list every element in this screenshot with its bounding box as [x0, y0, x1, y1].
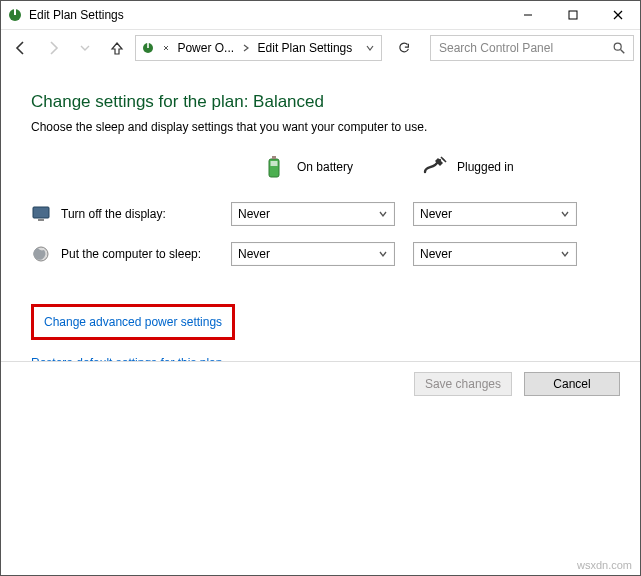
- display-battery-value: Never: [238, 207, 270, 221]
- svg-rect-12: [271, 161, 278, 166]
- setting-label-display: Turn off the display:: [61, 207, 166, 221]
- svg-rect-1: [14, 9, 16, 15]
- svg-rect-11: [272, 156, 276, 159]
- setting-label-sleep: Put the computer to sleep:: [61, 247, 201, 261]
- up-button[interactable]: [103, 34, 131, 62]
- column-header-battery: On battery: [261, 154, 421, 180]
- sleep-battery-value: Never: [238, 247, 270, 261]
- back-button[interactable]: [7, 34, 35, 62]
- minimize-button[interactable]: [505, 1, 550, 29]
- address-dropdown-button[interactable]: [362, 43, 377, 53]
- svg-rect-16: [38, 219, 44, 221]
- maximize-button[interactable]: [550, 1, 595, 29]
- setting-row-display: Turn off the display: Never Never: [31, 194, 610, 234]
- history-dropdown-button[interactable]: [71, 34, 99, 62]
- navigation-bar: Power O... Edit Plan Settings: [1, 30, 640, 66]
- breadcrumb-item[interactable]: Edit Plan Settings: [256, 41, 355, 55]
- sleep-plugged-value: Never: [420, 247, 452, 261]
- search-icon[interactable]: [611, 41, 627, 55]
- setting-row-sleep: Put the computer to sleep: Never Never: [31, 234, 610, 274]
- highlight-box: Change advanced power settings: [31, 304, 235, 340]
- column-header-plugged: Plugged in: [421, 154, 581, 180]
- forward-button[interactable]: [39, 34, 67, 62]
- footer-bar: Save changes Cancel: [1, 361, 640, 406]
- app-icon: [7, 7, 23, 23]
- content-area: Change settings for the plan: Balanced C…: [1, 66, 640, 370]
- page-title: Change settings for the plan: Balanced: [31, 92, 610, 112]
- save-button[interactable]: Save changes: [414, 372, 512, 396]
- advanced-power-settings-link[interactable]: Change advanced power settings: [44, 315, 222, 329]
- breadcrumb-item[interactable]: Power O...: [175, 41, 236, 55]
- chevron-down-icon: [378, 209, 388, 219]
- address-bar[interactable]: Power O... Edit Plan Settings: [135, 35, 382, 61]
- svg-line-14: [443, 159, 446, 162]
- watermark: wsxdn.com: [577, 559, 632, 571]
- title-bar: Edit Plan Settings: [1, 1, 640, 30]
- chevron-down-icon: [560, 209, 570, 219]
- svg-rect-7: [147, 43, 149, 48]
- display-plugged-value: Never: [420, 207, 452, 221]
- display-battery-select[interactable]: Never: [231, 202, 395, 226]
- sleep-battery-select[interactable]: Never: [231, 242, 395, 266]
- refresh-button[interactable]: [390, 34, 418, 62]
- battery-icon: [261, 154, 287, 180]
- power-options-icon: [140, 40, 156, 56]
- breadcrumb-chevron-icon[interactable]: [160, 44, 171, 52]
- svg-point-8: [614, 43, 621, 50]
- display-icon: [31, 204, 51, 224]
- breadcrumb-separator-icon[interactable]: [240, 44, 251, 52]
- search-box[interactable]: [430, 35, 634, 61]
- chevron-down-icon: [560, 249, 570, 259]
- plug-icon: [421, 154, 447, 180]
- page-description: Choose the sleep and display settings th…: [31, 120, 610, 134]
- column-header-battery-label: On battery: [297, 160, 353, 174]
- svg-line-9: [621, 50, 625, 54]
- svg-rect-15: [33, 207, 49, 218]
- cancel-button[interactable]: Cancel: [524, 372, 620, 396]
- svg-rect-3: [569, 11, 577, 19]
- display-plugged-select[interactable]: Never: [413, 202, 577, 226]
- sleep-plugged-select[interactable]: Never: [413, 242, 577, 266]
- column-headers: On battery Plugged in: [31, 154, 610, 180]
- chevron-down-icon: [378, 249, 388, 259]
- sleep-icon: [31, 244, 51, 264]
- search-input[interactable]: [437, 40, 611, 56]
- column-header-plugged-label: Plugged in: [457, 160, 514, 174]
- window-title: Edit Plan Settings: [29, 8, 124, 22]
- close-button[interactable]: [595, 1, 640, 29]
